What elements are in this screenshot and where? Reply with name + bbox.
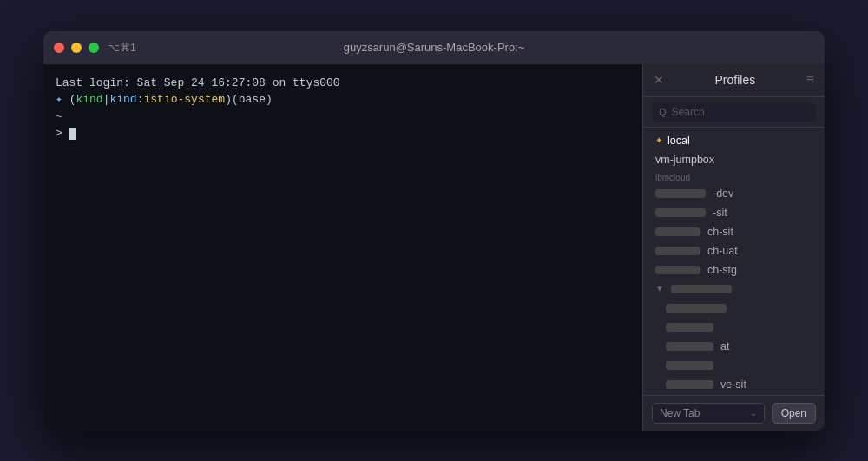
profile-item-blurred-2[interactable] [643, 318, 825, 337]
blurred-name [655, 266, 700, 274]
close-button[interactable] [54, 43, 64, 53]
prompt-arrow: > [56, 125, 69, 142]
cursor-line: > [56, 125, 630, 142]
blurred-name [666, 323, 713, 332]
profiles-footer: New Tab ⌄ Open [643, 395, 825, 431]
search-icon: Q [659, 107, 667, 117]
cursor-block [69, 128, 76, 140]
profile-item-at[interactable]: at [643, 337, 825, 356]
profiles-panel: ✕ Profiles ≡ Q ✦ local v [642, 64, 825, 431]
blurred-name [655, 189, 706, 198]
profile-item-ch-stg[interactable]: ch-stg [643, 260, 825, 280]
chevron-down-icon: ▼ [655, 284, 664, 293]
prompt-line: ✦ ( kind | kind : istio-system ) (base) [56, 91, 630, 109]
blurred-group-name [671, 285, 732, 293]
profile-item-local[interactable]: ✦ local [643, 131, 825, 150]
keyboard-shortcut: ⌥⌘1 [108, 42, 136, 54]
profile-item-vm-jumpbox[interactable]: vm-jumpbox [643, 150, 825, 169]
open-button[interactable]: Open [772, 403, 816, 424]
prompt-colon: : [137, 91, 144, 109]
new-tab-label: New Tab [660, 407, 700, 419]
main-content: Last login: Sat Sep 24 16:27:08 on ttys0… [43, 64, 825, 431]
blurred-name [655, 247, 700, 255]
profile-suffix: -dev [713, 188, 733, 200]
prompt-separator: | [103, 91, 110, 109]
prompt-namespace: istio-system [144, 91, 226, 109]
search-bar: Q [643, 97, 825, 128]
prompt-open-bracket: ( [62, 91, 76, 109]
prompt-kind1: kind [76, 91, 102, 109]
profile-item-blurred-3[interactable] [643, 356, 825, 375]
profiles-header: ✕ Profiles ≡ [643, 64, 825, 97]
prompt-base: (base) [232, 91, 273, 109]
maximize-button[interactable] [89, 43, 99, 53]
minimize-button[interactable] [71, 43, 82, 53]
last-login-line: Last login: Sat Sep 24 16:27:08 on ttys0… [56, 75, 630, 92]
terminal-window: ⌥⌘1 guyzsarun@Saruns-MacBook-Pro:~ Last … [43, 31, 825, 431]
profiles-close-button[interactable]: ✕ [654, 73, 664, 87]
profile-item-blurred-1[interactable] [643, 299, 825, 318]
profiles-list: ✦ local vm-jumpbox ibmcloud -dev -sit [643, 128, 825, 395]
prompt-close-paren: ) [225, 91, 232, 109]
chevron-down-icon: ⌄ [750, 408, 757, 418]
traffic-lights [54, 43, 99, 53]
profiles-menu-button[interactable]: ≡ [806, 72, 814, 88]
blurred-name [666, 380, 713, 389]
dir-line: ~ [56, 109, 630, 126]
profile-label: local [667, 135, 690, 147]
profile-suffix: ch-uat [707, 245, 738, 257]
profile-item-sit[interactable]: -sit [643, 203, 825, 222]
terminal-area[interactable]: Last login: Sat Sep 24 16:27:08 on ttys0… [43, 64, 642, 431]
search-input-wrapper: Q [652, 102, 816, 122]
profile-label: vm-jumpbox [655, 154, 714, 166]
group-header-ibmcloud: ibmcloud [643, 171, 825, 184]
titlebar: ⌥⌘1 guyzsarun@Saruns-MacBook-Pro:~ [43, 31, 825, 64]
profile-suffix: ve-sit [720, 379, 746, 391]
profile-item-ch-sit[interactable]: ch-sit [643, 222, 825, 241]
profile-group-collapsed[interactable]: ▼ [643, 280, 825, 299]
blurred-name [655, 208, 706, 217]
window-title: guyzsarun@Saruns-MacBook-Pro:~ [344, 41, 525, 54]
profiles-title: Profiles [664, 73, 806, 87]
profile-suffix: ch-stg [707, 264, 737, 276]
active-dot-icon: ✦ [655, 135, 662, 145]
search-input[interactable] [672, 106, 809, 118]
profile-item-ve-sit[interactable]: ve-sit [643, 375, 825, 394]
profile-suffix: at [720, 340, 729, 352]
profile-suffix: ch-sit [707, 226, 733, 238]
profile-item-dev[interactable]: -dev [643, 184, 825, 203]
prompt-kind2: kind [109, 91, 136, 109]
blurred-name [666, 304, 727, 313]
blurred-name [655, 227, 700, 236]
blurred-name [666, 361, 713, 370]
profile-item-ch-uat[interactable]: ch-uat [643, 241, 825, 260]
new-tab-select[interactable]: New Tab ⌄ [652, 403, 765, 424]
blurred-name [666, 342, 713, 351]
profile-suffix: -sit [713, 207, 727, 219]
prompt-star-icon: ✦ [56, 91, 62, 109]
